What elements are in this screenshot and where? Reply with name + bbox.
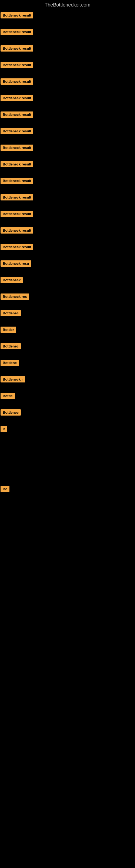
- bottleneck-row: Bottleneck result: [1, 11, 134, 20]
- bottleneck-badge: Bottleneck result: [1, 128, 33, 134]
- bottleneck-row: Bottlenec: [1, 408, 134, 416]
- bottleneck-item: Bottleneck result: [1, 193, 134, 202]
- bottleneck-badge: Bottleneck result: [1, 244, 33, 250]
- bottleneck-badge: Bottlenec: [1, 409, 21, 415]
- bottleneck-row: Bottleneck result: [1, 243, 134, 251]
- bottleneck-badge: Bottleneck result: [1, 194, 33, 200]
- bottleneck-row: Bottleneck result: [1, 193, 134, 202]
- bottleneck-item: Bottleneck result: [1, 28, 134, 36]
- bottleneck-row: Bottleneck r: [1, 375, 134, 383]
- bottleneck-row: Bottleneck result: [1, 77, 134, 86]
- bottleneck-item: Bottleneck result: [1, 160, 134, 168]
- bottleneck-badge: Bottlene: [1, 360, 19, 366]
- bottleneck-badge: Bottleneck result: [1, 62, 33, 68]
- bottleneck-row: Bottle: [1, 392, 134, 400]
- bottleneck-item: Bottleneck result: [1, 243, 134, 251]
- bottleneck-item: Bottlenec: [1, 342, 134, 350]
- bottleneck-item: Bottleneck result: [1, 61, 134, 69]
- bottleneck-row: Bottleneck result: [1, 144, 134, 152]
- bottleneck-item: Bottle: [1, 392, 134, 400]
- bottleneck-badge: Bottleneck result: [1, 29, 33, 35]
- bottleneck-row: Bottleneck result: [1, 111, 134, 119]
- bottleneck-item: Bottleneck r: [1, 375, 134, 383]
- bottleneck-row: [1, 463, 134, 466]
- bottleneck-item: Bo: [1, 485, 134, 493]
- bottleneck-row: Bottleneck result: [1, 210, 134, 218]
- bottleneck-badge: Bo: [1, 486, 9, 492]
- bottleneck-badge: Bottleneck result: [1, 227, 33, 234]
- bottleneck-badge: Bottle: [1, 393, 15, 399]
- bottleneck-badge: Bottleneck result: [1, 12, 33, 19]
- bottleneck-row: Bottlenec: [1, 342, 134, 350]
- bottleneck-item: Bottleneck result: [1, 111, 134, 119]
- bottleneck-badge: Bottleneck result: [1, 178, 33, 184]
- bottleneck-row: Bottleneck result: [1, 226, 134, 235]
- bottleneck-badge: Bottleneck res: [1, 293, 29, 300]
- bottleneck-item: Bottlene: [1, 359, 134, 367]
- bottleneck-badge: Bottleneck result: [1, 145, 33, 151]
- bottleneck-item: B: [1, 425, 134, 433]
- bottleneck-badge: Bottleneck result: [1, 79, 33, 85]
- bottleneck-row: Bottleneck result: [1, 160, 134, 168]
- bottleneck-row: [1, 501, 134, 504]
- bottleneck-badge: Bottler: [1, 327, 16, 333]
- bottleneck-badge: Bottleneck result: [1, 95, 33, 101]
- page-container: TheBottlenecker.com Bottleneck resultBot…: [0, 0, 135, 546]
- bottleneck-badge: Bottleneck result: [1, 161, 33, 167]
- bottleneck-badge: Bottleneck result: [1, 112, 33, 118]
- bottleneck-item: Bottleneck result: [1, 177, 134, 185]
- bottleneck-item: Bottleneck result: [1, 226, 134, 235]
- bottleneck-item: Bottleneck result: [1, 11, 134, 20]
- bottleneck-badge: Bottleneck r: [1, 376, 25, 382]
- items-container: Bottleneck resultBottleneck resultBottle…: [0, 10, 135, 546]
- bottleneck-badge: Bottleneck resu: [1, 260, 31, 267]
- bottleneck-row: Bottleneck resu: [1, 259, 134, 268]
- bottleneck-badge: Bottlenec: [1, 343, 21, 349]
- bottleneck-row: [1, 512, 134, 515]
- bottleneck-row: Bottleneck result: [1, 127, 134, 135]
- bottleneck-row: [1, 523, 134, 526]
- bottleneck-row: Bottleneck result: [1, 177, 134, 185]
- bottleneck-item: Bottleneck result: [1, 94, 134, 102]
- site-title: TheBottlenecker.com: [45, 2, 90, 8]
- bottleneck-item: Bottleneck res: [1, 292, 134, 301]
- bottleneck-row: Bottleneck result: [1, 28, 134, 36]
- bottleneck-row: Bottler: [1, 326, 134, 334]
- bottleneck-item: Bottleneck: [1, 276, 134, 284]
- bottleneck-badge: Bottlenec: [1, 310, 21, 316]
- bottleneck-row: Bottlenec: [1, 309, 134, 317]
- bottleneck-row: [1, 452, 134, 455]
- bottleneck-row: Bottlene: [1, 359, 134, 367]
- site-header: TheBottlenecker.com: [0, 0, 135, 10]
- bottleneck-item: Bottleneck result: [1, 77, 134, 86]
- bottleneck-row: [1, 474, 134, 476]
- bottleneck-item: Bottleneck result: [1, 210, 134, 218]
- bottleneck-row: B: [1, 425, 134, 433]
- bottleneck-badge: B: [1, 426, 7, 432]
- bottleneck-row: Bottleneck res: [1, 292, 134, 301]
- bottleneck-badge: Bottleneck result: [1, 211, 33, 217]
- bottleneck-row: Bottleneck: [1, 276, 134, 284]
- bottleneck-item: Bottleneck result: [1, 44, 134, 53]
- bottleneck-row: Bottleneck result: [1, 44, 134, 53]
- bottleneck-badge: Bottleneck: [1, 277, 23, 283]
- bottleneck-row: Bo: [1, 485, 134, 493]
- bottleneck-item: Bottleneck resu: [1, 259, 134, 268]
- bottleneck-item: Bottlenec: [1, 309, 134, 317]
- bottleneck-row: [1, 441, 134, 444]
- bottleneck-item: Bottleneck result: [1, 127, 134, 135]
- bottleneck-item: Bottleneck result: [1, 144, 134, 152]
- bottleneck-row: Bottleneck result: [1, 61, 134, 69]
- bottleneck-item: Bottlenec: [1, 408, 134, 416]
- bottleneck-item: Bottler: [1, 326, 134, 334]
- bottleneck-badge: Bottleneck result: [1, 45, 33, 52]
- bottleneck-row: [1, 534, 134, 536]
- bottleneck-row: Bottleneck result: [1, 94, 134, 102]
